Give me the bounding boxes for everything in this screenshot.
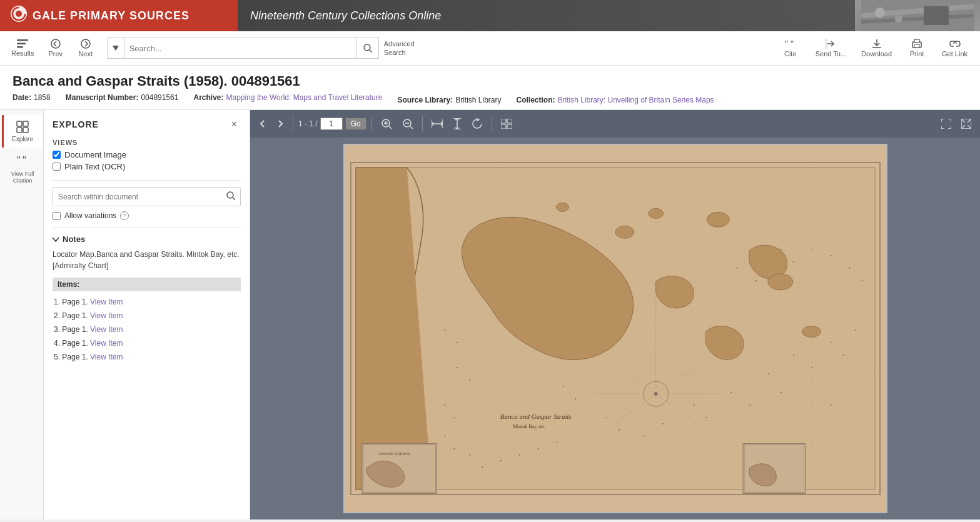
list-item: 1. Page 1. View Item [53,295,241,309]
collection-link[interactable]: British Library: Unveiling of Britain Se… [558,96,714,104]
next-page-button[interactable] [273,118,288,130]
send-to-button[interactable]: Send To... [809,36,852,60]
svg-point-6 [895,15,902,23]
doc-meta: Date: 1858 Manuscript Number: 004891561 … [13,93,967,104]
allow-variations-row: Allow variations ? [53,211,241,220]
info-icon[interactable]: ? [120,211,129,220]
svg-text:MINTOK HARBOR: MINTOK HARBOR [378,452,410,456]
svg-rect-26 [17,128,22,133]
results-button[interactable]: Results [6,37,39,59]
svg-point-56 [556,203,568,211]
view-item-link[interactable]: View Item [90,339,123,348]
rotate-button[interactable] [468,116,487,132]
map-image[interactable]: •• •• •• •• •• •• •• •• •• •• •• •• •• •… [343,144,887,513]
svg-rect-27 [23,128,28,133]
views-label: VIEWS [53,139,241,146]
search-submit-button[interactable] [357,38,379,59]
archive-link[interactable]: Mapping the World: Maps and Travel Liter… [226,93,383,102]
close-explore-button[interactable]: × [228,118,241,131]
view-item-link[interactable]: View Item [90,311,123,320]
viewer-separator-1 [293,116,293,131]
prev-page-button[interactable] [255,118,270,130]
view-item-link[interactable]: View Item [90,298,123,306]
list-item: 2. Page 1. View Item [53,309,241,323]
fullscreen-button[interactable] [957,116,975,131]
view-item-link[interactable]: View Item [90,353,123,361]
svg-point-12 [81,39,90,48]
go-button[interactable]: Go [345,118,366,130]
download-button[interactable]: Download [855,36,898,60]
svg-point-1 [16,11,22,17]
views-section: VIEWS Document Image Plain Text (OCR) [53,139,241,171]
viewer-separator-3 [422,116,423,131]
page-number-input[interactable] [320,118,343,130]
cite-button[interactable]: " " Cite [774,36,807,60]
fit-width-button[interactable] [428,117,447,131]
plain-text-checkbox[interactable] [53,163,61,171]
fit-height-button[interactable] [449,116,465,132]
svg-line-33 [389,126,391,129]
gale-logo-icon [10,5,28,26]
advanced-search-link[interactable]: Advanced Search [379,37,420,60]
divider-1 [53,180,241,181]
print-button[interactable]: Print [901,36,933,60]
svg-point-57 [707,212,729,227]
list-item: 3. Page 1. View Item [53,323,241,336]
logo-area: GALE PRIMARY SOURCES [0,0,238,31]
svg-rect-7 [924,6,949,25]
svg-rect-47 [501,124,506,129]
svg-rect-23 [914,44,919,48]
header-image-placeholder [855,0,980,31]
allow-variations-checkbox[interactable] [53,212,61,220]
notes-text: Locator Map.Banca and Gaspar Straits. Mi… [53,249,241,271]
explore-sidebar-button[interactable]: Explore [2,115,42,148]
svg-line-31 [233,198,235,200]
search-within-area [53,187,241,206]
svg-line-14 [370,50,372,53]
divider-2 [53,228,241,228]
collection-field: Collection: British Library: Unveiling o… [517,96,714,104]
allow-variations-label: Allow variations [64,211,116,220]
toolbar: Results Prev Next Advanced S [0,31,980,66]
zoom-out-button[interactable] [398,116,417,132]
header-top: GALE PRIMARY SOURCES Nineteenth Century … [0,0,980,31]
date-field: Date: 1858 [13,93,51,104]
doc-meta-row-1: Date: 1858 Manuscript Number: 004891561 … [13,93,382,104]
viewer-area: 1 - 1 / Go [250,110,980,519]
header-image-area [855,0,980,31]
zoom-in-button[interactable] [377,116,396,132]
view-item-link[interactable]: View Item [90,325,123,334]
document-info: Banca and Gaspar Straits (1958). 0048915… [0,66,980,110]
manuscript-field: Manuscript Number: 004891561 [66,93,179,104]
viewer-content: •• •• •• •• •• •• •• •• •• •• •• •• •• •… [250,138,980,519]
viewer-separator-4 [492,116,492,131]
items-label: Items: [53,278,241,291]
next-button[interactable]: Next [72,36,99,60]
get-link-button[interactable]: Get Link [936,36,974,60]
page-nav: 1 - 1 / Go [298,118,366,130]
svg-rect-18 [825,39,827,49]
view-full-citation-button[interactable]: " " View Full Citation [2,150,42,189]
svg-rect-45 [501,119,506,123]
search-dropdown-button[interactable] [107,38,124,59]
svg-rect-10 [17,46,23,48]
document-image-checkbox-row: Document Image [53,150,241,159]
svg-rect-8 [17,39,28,41]
svg-point-5 [875,8,885,18]
search-within-button[interactable] [221,188,240,206]
plain-text-checkbox-row: Plain Text (OCR) [53,162,241,171]
svg-text:": " [17,155,21,166]
search-within-input[interactable] [53,188,221,206]
sidebar-icons: Explore " " View Full Citation [0,110,44,519]
svg-text:": " [791,39,794,49]
search-input[interactable] [124,38,357,59]
archive-field: Archive: Mapping the World: Maps and Tra… [193,93,382,104]
gallery-button[interactable] [497,116,516,131]
document-image-checkbox[interactable] [53,151,61,159]
explore-header: EXPLORE × [53,118,241,131]
list-item: 5. Page 1. View Item [53,350,241,364]
notes-header[interactable]: Notes [53,234,241,244]
prev-button[interactable]: Prev [42,36,69,60]
expand-button[interactable] [937,116,955,131]
doc-meta-row-2: Source Library: British Library Collecti… [397,96,714,104]
